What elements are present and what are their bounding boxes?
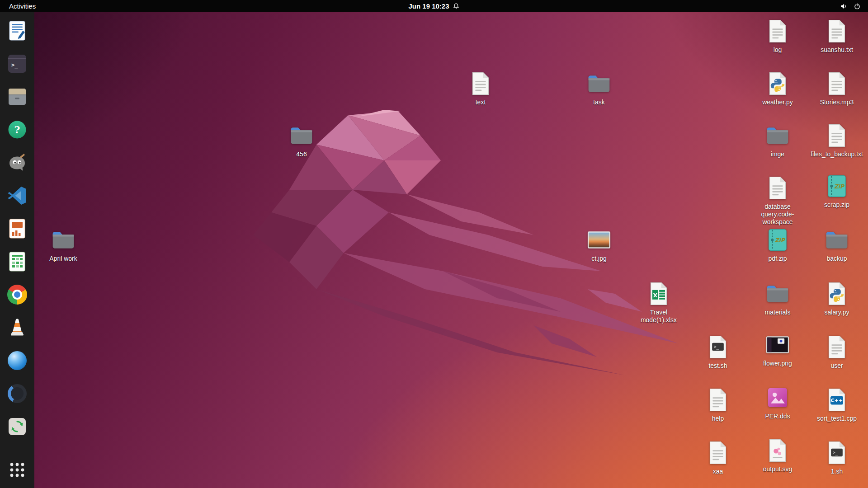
desktop-surface[interactable]: texttask456April workct.jpgXTravel mode(… (0, 0, 868, 488)
top-bar: Activities Jun 19 10:23 (0, 0, 868, 12)
desktop-icon-files-to-backup-txt[interactable]: files_to_backup.txt (809, 123, 865, 158)
desktop-icon-materials[interactable]: materials (750, 281, 806, 316)
python-icon (765, 71, 790, 96)
desktop-icon-ct-jpg[interactable]: ct.jpg (571, 227, 627, 263)
notifications-bell-icon (453, 3, 460, 9)
desktop-icon-backup[interactable]: backup (809, 227, 865, 263)
svg-text:?: ? (14, 124, 20, 136)
desktop-icon-label: Stories.mp3 (820, 99, 854, 106)
dock-item-chrome[interactable] (5, 282, 30, 307)
chrome-icon (7, 285, 27, 305)
desktop-icon-label: user (830, 362, 843, 370)
vscode-icon (6, 185, 28, 206)
svg-text:X: X (653, 292, 657, 299)
desktop-icon-per-dds[interactable]: PER.dds (750, 385, 806, 420)
activities-button[interactable]: Activities (0, 0, 45, 12)
desktop-icon-label: pdf.zip (768, 255, 787, 263)
desktop-icon-output-svg[interactable]: output.svg (750, 438, 806, 473)
dock-item-libreoffice-calc[interactable] (5, 249, 30, 274)
desktop-icon-help[interactable]: help (690, 387, 746, 422)
desktop-icon-xaa[interactable]: xaa (690, 440, 746, 475)
clock-menu-button[interactable]: Jun 19 10:23 (408, 0, 459, 12)
desktop-icon-log[interactable]: log (750, 19, 806, 54)
dock-item-files[interactable] (5, 84, 30, 109)
desktop-icon-text[interactable]: text (453, 71, 509, 106)
dock-item-libreoffice-impress[interactable] (5, 216, 30, 241)
dock-item-vscode[interactable] (5, 183, 30, 208)
desktop-icon-suanshu-txt[interactable]: suanshu.txt (809, 19, 865, 54)
svg-text:ZiP: ZiP (775, 237, 786, 244)
desktop-icon-user[interactable]: user (809, 334, 865, 370)
desktop-icon-label: suanshu.txt (821, 46, 853, 54)
desktop-icon-label: task (593, 99, 605, 106)
desktop-icon-pdf-zip[interactable]: ZiPpdf.zip (750, 227, 806, 263)
desktop-icon-label: ct.jpg (591, 255, 606, 263)
desktop-icon-456[interactable]: 456 (274, 123, 330, 158)
desktop-icon-label: database query.code-workspace (750, 203, 805, 226)
desktop-icon-1-sh[interactable]: >_1.sh (809, 440, 865, 475)
desktop-icon-label: materials (765, 309, 791, 316)
dock-item-libreoffice-writer[interactable] (5, 18, 30, 43)
document-icon (468, 71, 493, 96)
dock-item-terminal[interactable]: >_ (5, 51, 30, 76)
libreoffice-calc-icon (6, 251, 28, 272)
desktop-icon-test-sh[interactable]: >_test.sh (690, 334, 746, 370)
blue-sphere-app-icon (8, 351, 27, 370)
system-status-area[interactable] (833, 0, 868, 12)
image-flower-icon (765, 332, 790, 357)
desktop-icon-label: 1.sh (831, 468, 843, 475)
zip-icon: ZiP (765, 227, 790, 253)
desktop-icon-scrap-zip[interactable]: ZiPscrap.zip (809, 174, 865, 209)
desktop-icon-label: imge (771, 150, 784, 158)
desktop-icon-imge[interactable]: imge (750, 123, 806, 158)
dock-item-show-apps[interactable] (5, 457, 30, 483)
gimp-icon (6, 152, 28, 174)
desktop-icon-label: Travel mode(1).xlsx (632, 309, 686, 324)
dock-item-dark-ring-app[interactable] (5, 381, 30, 406)
dark-ring-app-icon (8, 384, 27, 403)
dock: >_? (0, 12, 34, 488)
shell-icon: >_ (824, 440, 849, 465)
xlsx-icon: X (646, 281, 671, 306)
desktop-icon-label: salary.py (825, 309, 849, 316)
document-icon (824, 19, 849, 44)
desktop-icon-sort-test1-cpp[interactable]: C++sort_test1.cpp (809, 387, 865, 422)
dock-item-gimp[interactable] (5, 150, 30, 175)
desktop-icon-label: backup (826, 255, 847, 263)
svg-text:>_: >_ (11, 62, 18, 69)
document-icon (705, 387, 731, 413)
power-icon (854, 3, 861, 10)
desktop-icon-weather-py[interactable]: weather.py (750, 71, 806, 106)
desktop-icon-salary-py[interactable]: salary.py (809, 281, 865, 316)
document-icon (824, 123, 849, 148)
folder-icon (824, 227, 849, 253)
folder-icon (765, 123, 790, 148)
desktop-icon-label: sort_test1.cpp (817, 415, 857, 422)
desktop-icon-label: flower.png (763, 360, 792, 367)
dock-item-software-updater[interactable] (5, 414, 30, 439)
dock-item-blue-sphere-app[interactable] (5, 348, 30, 373)
desktop-icon-database-query-code-workspace[interactable]: database query.code-workspace (750, 175, 806, 226)
libreoffice-writer-icon (6, 20, 28, 42)
desktop-icon-label: weather.py (762, 99, 793, 106)
desktop-icon-stories-mp3[interactable]: Stories.mp3 (809, 71, 865, 106)
folder-icon (289, 123, 314, 148)
desktop-icon-label: help (712, 415, 724, 422)
dock-item-help[interactable]: ? (5, 117, 30, 142)
dock-item-vlc[interactable] (5, 315, 30, 340)
svg-text:ZiP: ZiP (834, 183, 845, 190)
vlc-icon (6, 317, 28, 338)
folder-icon (586, 71, 612, 96)
desktop-icon-travel-mode-1-xlsx[interactable]: XTravel mode(1).xlsx (631, 281, 687, 324)
document-icon (824, 334, 849, 360)
desktop-icon-label: xaa (713, 468, 723, 475)
desktop-icon-april-work[interactable]: April work (35, 227, 91, 263)
folder-icon (765, 281, 790, 306)
desktop-icon-label: test.sh (708, 362, 727, 370)
desktop-icon-label: 456 (296, 150, 307, 158)
help-icon: ? (6, 119, 28, 141)
desktop-icon-task[interactable]: task (571, 71, 627, 106)
svg-text:C++: C++ (831, 398, 843, 404)
cpp-icon: C++ (824, 387, 849, 413)
desktop-icon-flower-png[interactable]: flower.png (750, 332, 806, 367)
